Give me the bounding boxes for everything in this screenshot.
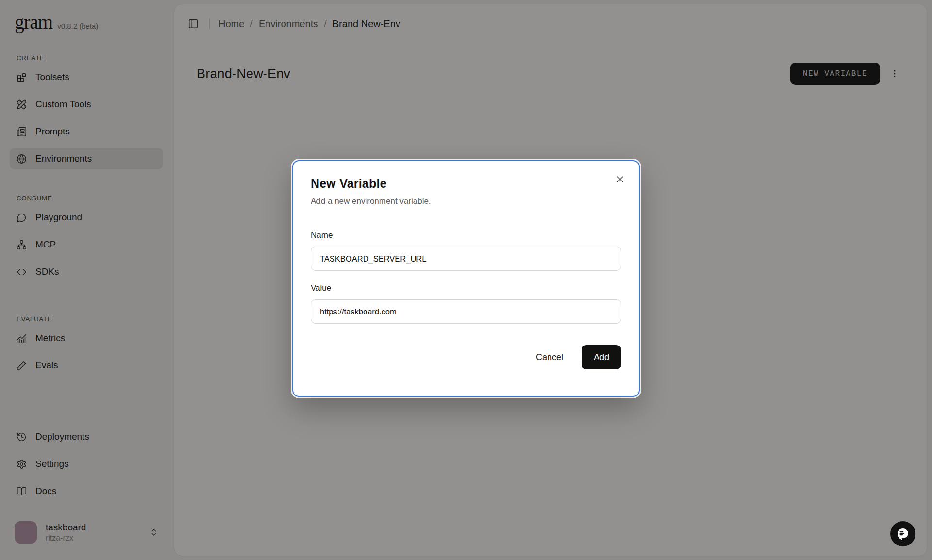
cancel-button[interactable]: Cancel bbox=[536, 352, 563, 362]
close-button[interactable] bbox=[613, 172, 627, 186]
name-input[interactable] bbox=[311, 247, 621, 271]
close-icon bbox=[615, 174, 625, 184]
value-field-group: Value bbox=[311, 283, 621, 324]
name-label: Name bbox=[311, 231, 621, 240]
chat-widget-button[interactable] bbox=[890, 521, 915, 546]
value-input[interactable] bbox=[311, 299, 621, 324]
new-variable-dialog: New Variable Add a new environment varia… bbox=[292, 160, 640, 397]
modal-title: New Variable bbox=[311, 177, 621, 191]
add-button[interactable]: Add bbox=[582, 345, 621, 369]
modal-footer: Cancel Add bbox=[311, 345, 621, 369]
value-label: Value bbox=[311, 283, 621, 293]
chat-bubble-icon bbox=[896, 527, 910, 541]
name-field-group: Name bbox=[311, 231, 621, 271]
modal-subtitle: Add a new environment variable. bbox=[311, 197, 621, 206]
